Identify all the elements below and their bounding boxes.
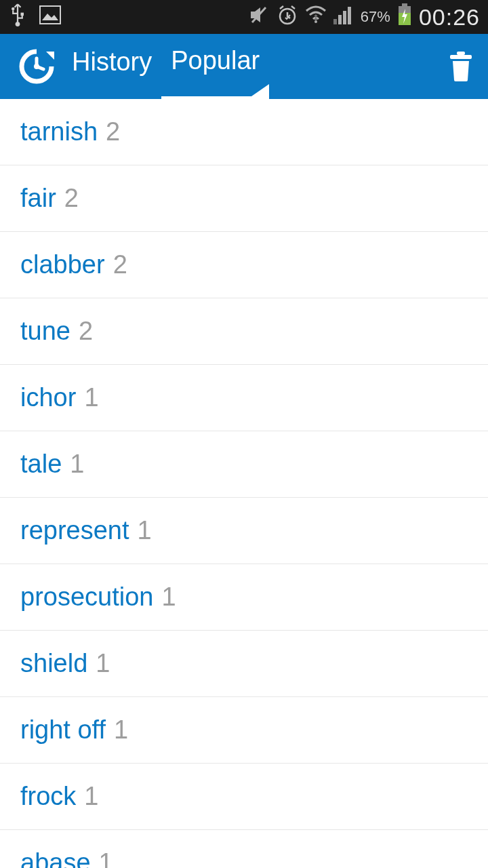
- word-count: 1: [96, 649, 110, 678]
- list-item[interactable]: tune 2: [0, 298, 488, 365]
- svg-rect-11: [343, 11, 346, 24]
- word-text: tune: [20, 317, 70, 346]
- svg-point-0: [12, 7, 15, 10]
- svg-point-2: [16, 22, 20, 26]
- tab-history[interactable]: History: [62, 34, 161, 99]
- list-item[interactable]: abase 1: [0, 830, 488, 868]
- word-count: 1: [138, 516, 152, 545]
- word-text: right off: [20, 715, 106, 745]
- tab-popular[interactable]: Popular: [161, 34, 269, 99]
- list-item[interactable]: clabber 2: [0, 232, 488, 298]
- tab-label: History: [72, 47, 152, 77]
- popular-words-list: tarnish 2 fair 2 clabber 2 tune 2 ichor …: [0, 99, 488, 868]
- svg-rect-20: [450, 55, 472, 59]
- battery-percentage: 67%: [361, 8, 390, 26]
- list-item[interactable]: frock 1: [0, 764, 488, 830]
- word-text: abase: [20, 848, 91, 868]
- delete-button[interactable]: [446, 49, 476, 84]
- word-count: 1: [84, 782, 98, 811]
- word-text: fair: [20, 184, 56, 213]
- word-count: 1: [161, 583, 176, 612]
- svg-rect-1: [21, 12, 24, 16]
- svg-rect-19: [457, 52, 465, 55]
- word-text: represent: [20, 516, 129, 545]
- word-count: 2: [106, 117, 120, 146]
- word-text: tale: [20, 450, 62, 479]
- word-count: 1: [70, 450, 84, 479]
- word-count: 2: [64, 184, 79, 213]
- history-refresh-icon[interactable]: [16, 46, 57, 87]
- word-text: clabber: [20, 250, 105, 279]
- list-item[interactable]: shield 1: [0, 631, 488, 697]
- svg-rect-14: [402, 3, 407, 6]
- image-icon: [39, 5, 61, 29]
- svg-rect-9: [333, 19, 337, 24]
- mute-icon: [248, 5, 270, 30]
- usb-icon: [8, 3, 27, 32]
- word-text: frock: [20, 782, 76, 811]
- app-bar: History Popular: [0, 34, 488, 99]
- list-item[interactable]: tale 1: [0, 431, 488, 498]
- svg-rect-12: [348, 7, 351, 24]
- list-item[interactable]: tarnish 2: [0, 99, 488, 165]
- word-text: ichor: [20, 383, 76, 412]
- word-count: 2: [79, 317, 93, 346]
- battery-charging-icon: [397, 3, 412, 31]
- word-count: 2: [113, 250, 127, 279]
- signal-icon: [333, 5, 354, 29]
- list-item[interactable]: prosecution 1: [0, 564, 488, 631]
- alarm-icon: [277, 4, 298, 31]
- svg-line-6: [280, 6, 283, 9]
- svg-line-7: [291, 6, 295, 9]
- word-text: prosecution: [20, 583, 153, 612]
- word-text: shield: [20, 649, 87, 678]
- word-count: 1: [114, 715, 128, 745]
- wifi-icon: [305, 5, 327, 29]
- tab-label: Popular: [171, 46, 260, 75]
- list-item[interactable]: ichor 1: [0, 365, 488, 431]
- word-text: tarnish: [20, 117, 98, 146]
- word-count: 1: [84, 383, 98, 412]
- svg-rect-10: [338, 15, 342, 24]
- list-item[interactable]: represent 1: [0, 498, 488, 564]
- tabs: History Popular: [62, 34, 269, 99]
- list-item[interactable]: fair 2: [0, 165, 488, 232]
- word-count: 1: [99, 848, 113, 868]
- status-bar: 67% 00:26: [0, 0, 488, 34]
- trash-icon: [447, 50, 474, 83]
- clock-time: 00:26: [419, 4, 480, 31]
- svg-rect-3: [40, 6, 60, 24]
- list-item[interactable]: right off 1: [0, 697, 488, 764]
